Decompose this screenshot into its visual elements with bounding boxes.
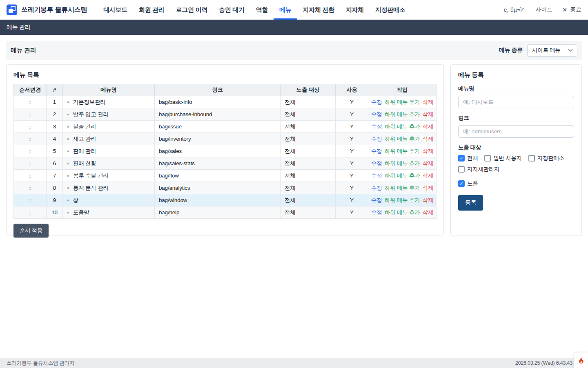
table-row: ↕2●발주 입고 관리bag/purchase-inbound전체Y수정하위 메… xyxy=(14,108,437,121)
menu-bullet-icon: ● xyxy=(67,112,69,117)
target-cell: 전체 xyxy=(281,157,336,170)
checkbox-노출[interactable]: ✓노출 xyxy=(458,180,478,187)
target-cell: 전체 xyxy=(281,170,336,182)
top-navigation: 쓰레기봉투 물류시스템 대시보드회원 관리로그인 이력승인 대기역할메뉴지자체 … xyxy=(0,0,588,20)
checkbox-label: 일반 사용자 xyxy=(493,155,521,162)
register-button[interactable]: 등록 xyxy=(458,195,483,211)
add-submenu-link[interactable]: 하위 메뉴 추가 xyxy=(385,148,420,154)
row-number-cell: 6 xyxy=(47,157,63,170)
col-target: 노출 대상 xyxy=(281,84,336,96)
menu-name-input[interactable] xyxy=(458,96,574,108)
delete-link[interactable]: 삭제 xyxy=(423,185,434,191)
add-submenu-link[interactable]: 하위 메뉴 추가 xyxy=(385,123,420,130)
app-title: 쓰레기봉투 물류시스템 xyxy=(21,6,87,14)
edit-link[interactable]: 수정 xyxy=(371,209,382,215)
logout-button[interactable]: ✕ 종료 xyxy=(562,6,581,13)
menu-list-card: 메뉴 목록 순서변경 # 메뉴명 링크 노출 대상 사용 작업 ↕1●기본정보관… xyxy=(6,64,444,236)
edit-link[interactable]: 수정 xyxy=(371,136,382,142)
brand-link[interactable]: 쓰레기봉투 물류시스템 xyxy=(7,4,87,15)
checkbox-지자체관리자[interactable]: 지자체관리자 xyxy=(458,166,499,173)
nav-item-9[interactable]: 지정판매소 xyxy=(370,0,411,20)
logout-label: 종료 xyxy=(570,6,581,13)
menu-name-cell: ●판매 관리 xyxy=(63,145,155,157)
edit-link[interactable]: 수정 xyxy=(371,160,382,166)
edit-link[interactable]: 수정 xyxy=(371,111,382,117)
nav-item-4[interactable]: 승인 대기 xyxy=(213,0,250,20)
actions-cell: 수정하위 메뉴 추가삭제 xyxy=(368,182,437,194)
drag-handle-icon[interactable]: ↕ xyxy=(29,136,31,142)
drag-handle-icon[interactable]: ↕ xyxy=(29,123,31,130)
flame-icon xyxy=(577,356,585,365)
apply-order-button[interactable]: 순서 적용 xyxy=(13,224,49,238)
menu-register-card: 메뉴 등록 메뉴명 링크 노출 대상 ✓전체일반 사용자지정판매소지자체관리자 … xyxy=(450,64,582,236)
checkbox-unchecked-icon xyxy=(528,155,535,162)
nav-item-1[interactable]: 대시보드 xyxy=(98,0,133,20)
menu-link-cell: bag/analytics xyxy=(155,182,281,194)
delete-link[interactable]: 삭제 xyxy=(423,209,434,215)
edit-link[interactable]: 수정 xyxy=(371,197,382,203)
delete-link[interactable]: 삭제 xyxy=(423,123,434,130)
menu-link-input[interactable] xyxy=(458,125,574,138)
menu-type-label: 메뉴 종류 xyxy=(499,47,523,54)
nav-item-3[interactable]: 로그인 이력 xyxy=(170,0,213,20)
menu-type-select[interactable]: 사이트 메뉴 xyxy=(527,44,577,57)
row-number-cell: 3 xyxy=(47,121,63,133)
add-submenu-link[interactable]: 하위 메뉴 추가 xyxy=(385,185,420,191)
drag-handle-icon[interactable]: ↕ xyxy=(29,148,31,155)
delete-link[interactable]: 삭제 xyxy=(423,173,434,179)
order-cell: ↕ xyxy=(14,206,47,219)
delete-link[interactable]: 삭제 xyxy=(423,197,434,203)
breadcrumb-title: 메뉴 관리 xyxy=(7,24,30,31)
actions-cell: 수정하위 메뉴 추가삭제 xyxy=(368,121,437,133)
add-submenu-link[interactable]: 하위 메뉴 추가 xyxy=(385,136,420,142)
table-header-row: 순서변경 # 메뉴명 링크 노출 대상 사용 작업 xyxy=(14,84,437,96)
drag-handle-icon[interactable]: ↕ xyxy=(29,173,31,179)
nav-item-7[interactable]: 지자체 전환 xyxy=(297,0,340,20)
edit-link[interactable]: 수정 xyxy=(371,173,382,179)
add-submenu-link[interactable]: 하위 메뉴 추가 xyxy=(385,209,420,215)
col-index: # xyxy=(47,84,63,96)
checkbox-checked-icon: ✓ xyxy=(458,155,465,162)
footer-admin-label: 쓰레기봉투 물류시스템 관리자 xyxy=(7,360,74,367)
drag-handle-icon[interactable]: ↕ xyxy=(29,99,31,105)
delete-link[interactable]: 삭제 xyxy=(423,99,434,105)
menu-name-cell: ●불출 관리 xyxy=(63,121,155,133)
nav-item-8[interactable]: 지자체 xyxy=(340,0,370,20)
menu-bullet-icon: ● xyxy=(67,124,69,129)
add-submenu-link[interactable]: 하위 메뉴 추가 xyxy=(385,160,420,166)
drag-handle-icon[interactable]: ↕ xyxy=(29,111,31,118)
visible-option: ✓노출 xyxy=(458,180,574,187)
edit-link[interactable]: 수정 xyxy=(371,185,382,191)
nav-item-5[interactable]: 역할 xyxy=(250,0,274,20)
edit-link[interactable]: 수정 xyxy=(371,123,382,130)
table-row: ↕4●재고 관리bag/inventory전체Y수정하위 메뉴 추가삭제 xyxy=(14,133,437,145)
menu-table-body: ↕1●기본정보관리bag/basic-info전체Y수정하위 메뉴 추가삭제↕2… xyxy=(14,96,437,219)
drag-handle-icon[interactable]: ↕ xyxy=(29,185,31,191)
drag-handle-icon[interactable]: ↕ xyxy=(29,209,31,216)
delete-link[interactable]: 삭제 xyxy=(423,160,434,166)
menu-link-cell: bag/window xyxy=(155,194,281,206)
row-number-cell: 2 xyxy=(47,108,63,121)
add-submenu-link[interactable]: 하위 메뉴 추가 xyxy=(385,99,420,105)
checkbox-unchecked-icon xyxy=(458,166,465,173)
nav-item-6[interactable]: 메뉴 xyxy=(274,0,297,20)
checkbox-일반 사용자[interactable]: 일반 사용자 xyxy=(484,155,521,162)
checkbox-지정판매소[interactable]: 지정판매소 xyxy=(528,155,564,162)
edit-link[interactable]: 수정 xyxy=(371,99,382,105)
checkbox-전체[interactable]: ✓전체 xyxy=(458,155,478,162)
table-row: ↕9●창bag/window전체Y수정하위 메뉴 추가삭제 xyxy=(14,194,437,206)
delete-link[interactable]: 삭제 xyxy=(423,148,434,154)
edit-link[interactable]: 수정 xyxy=(371,148,382,154)
delete-link[interactable]: 삭제 xyxy=(423,111,434,117)
site-link[interactable]: 사이트 xyxy=(535,6,552,13)
add-submenu-link[interactable]: 하위 메뉴 추가 xyxy=(385,197,420,203)
delete-link[interactable]: 삭제 xyxy=(423,136,434,142)
nav-item-2[interactable]: 회원 관리 xyxy=(133,0,170,20)
menu-bullet-icon: ● xyxy=(67,198,69,202)
target-cell: 전체 xyxy=(281,182,336,194)
drag-handle-icon[interactable]: ↕ xyxy=(29,160,31,167)
add-submenu-link[interactable]: 하위 메뉴 추가 xyxy=(385,173,420,179)
drag-handle-icon[interactable]: ↕ xyxy=(29,197,31,204)
add-submenu-link[interactable]: 하위 메뉴 추가 xyxy=(385,111,420,117)
menu-name-cell: ●판매 현황 xyxy=(63,157,155,170)
